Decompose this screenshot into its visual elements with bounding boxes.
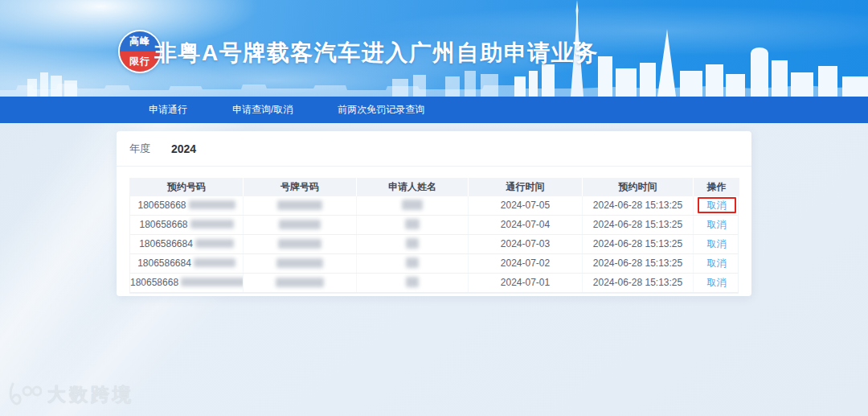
col-header-reserved-at: 预约时间 [582,178,693,196]
cancel-link[interactable]: 取消 [707,238,727,249]
cell-applicant-name [356,274,468,292]
year-label: 年度 [129,142,150,156]
cell-pass-date: 2024-07-05 [468,196,582,215]
nav-item-query-cancel[interactable]: 申请查询/取消 [232,103,293,117]
col-header-actions: 操作 [693,178,739,196]
cell-reservation-no: 180658668 [130,196,243,215]
table-row: 180658668 2024-07-01 2024-06-28 15:13:25… [130,274,738,293]
cell-reservation-no: 1806586684 [130,235,243,253]
redacted-plate-no [277,200,322,210]
cell-reservation-no: 180658668 [130,216,243,234]
cell-applicant-name [356,254,468,273]
annotation-highlight-box: 取消 [698,197,736,213]
reservations-table: 预约号码 号牌号码 申请人姓名 通行时间 预约时间 操作 180658668 2… [129,178,739,294]
cell-reserved-at: 2024-06-28 15:13:25 [582,196,693,215]
cell-actions: 取消 [693,254,739,273]
nav-item-apply-pass[interactable]: 申请通行 [149,103,187,117]
cell-applicant-name [356,196,468,215]
redacted-applicant-name [406,257,419,268]
cell-actions: 取消 [693,235,739,253]
cancel-link[interactable]: 取消 [707,219,727,230]
table-header-row: 预约号码 号牌号码 申请人姓名 通行时间 预约时间 操作 [130,178,738,196]
table-row: 180658668 2024-07-04 2024-06-28 15:13:25… [130,216,738,235]
page-title: 非粤A号牌载客汽车进入广州自助申请业务 [154,38,599,68]
redacted-applicant-name [402,200,423,210]
redacted-applicant-name [406,238,419,249]
year-filter-row: 年度 2024 [117,131,751,167]
redacted-plate-no [276,278,324,287]
cell-pass-date: 2024-07-03 [468,235,582,253]
cell-applicant-name [356,216,468,234]
watermark-logo-icon [8,381,42,408]
col-header-applicant-name: 申请人姓名 [356,178,468,196]
cell-applicant-name [356,235,468,253]
cell-pass-date: 2024-07-02 [468,254,582,273]
col-header-pass-date: 通行时间 [468,178,582,196]
cell-reserved-at: 2024-06-28 15:13:25 [582,274,693,292]
year-value-selector[interactable]: 2024 [171,142,196,155]
cancel-link[interactable]: 取消 [707,277,727,288]
cell-reservation-no: 180658668 [130,274,243,292]
cell-reserved-at: 2024-06-28 15:13:25 [582,235,693,253]
table-row: 1806586684 2024-07-02 2024-06-28 15:13:2… [130,254,738,274]
redacted-reservation-suffix [190,220,234,229]
banner: 高峰 限行 非粤A号牌载客汽车进入广州自助申请业务 [0,0,868,97]
cell-plate-no [243,254,356,273]
cell-plate-no [243,216,356,234]
col-header-reservation-no: 预约号码 [130,178,243,196]
redacted-reservation-suffix [195,239,234,248]
nav-item-penalty-free-records[interactable]: 前两次免罚记录查询 [338,103,424,117]
cell-plate-no [243,196,356,215]
cell-actions: 取消 [693,274,739,292]
cell-plate-no [243,235,356,253]
cell-reserved-at: 2024-06-28 15:13:25 [582,216,693,234]
cell-reservation-no: 1806586684 [130,254,243,273]
main-nav: 申请通行 申请查询/取消 前两次免罚记录查询 [0,97,868,123]
redacted-plate-no [276,258,323,268]
redacted-reservation-suffix [181,278,243,286]
cancel-link[interactable]: 取消 [707,257,727,269]
redacted-plate-no [278,239,321,249]
cell-pass-date: 2024-07-04 [468,216,582,234]
cell-reserved-at: 2024-06-28 15:13:25 [582,254,693,273]
cell-actions: 取消 [693,196,739,215]
cell-pass-date: 2024-07-01 [468,274,582,292]
cell-actions: 取消 [693,216,739,234]
redacted-reservation-suffix [189,200,235,209]
redacted-reservation-suffix [194,258,235,267]
watermark-text: 大数跨境 [47,382,134,407]
cell-plate-no [243,274,356,292]
redacted-applicant-name [405,219,420,229]
redacted-plate-no [279,220,321,229]
table-row: 1806586684 2024-07-03 2024-06-28 15:13:2… [130,235,738,254]
content-card: 年度 2024 预约号码 号牌号码 申请人姓名 通行时间 预约时间 操作 180… [117,131,751,296]
redacted-applicant-name [406,277,419,287]
cancel-link[interactable]: 取消 [707,200,727,211]
col-header-plate-no: 号牌号码 [243,178,356,196]
table-row: 180658668 2024-07-05 2024-06-28 15:13:25… [130,196,738,216]
watermark: 大数跨境 [8,381,134,408]
